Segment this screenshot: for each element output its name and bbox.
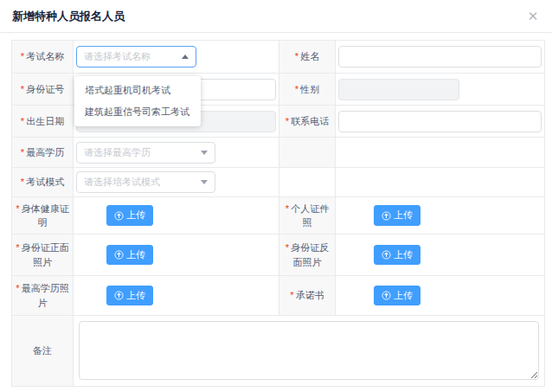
upload-button-commitment[interactable]: 上传 [374, 286, 420, 305]
dialog-title: 新增特种人员报名人员 [12, 9, 125, 24]
health-cert-cell: 上传 [74, 197, 279, 235]
upload-icon [382, 291, 391, 300]
chevron-up-icon [182, 55, 189, 59]
empty-content-cell [336, 138, 544, 168]
empty-label-cell [279, 168, 336, 197]
gender-cell [336, 74, 544, 106]
full-name-cell [336, 41, 544, 74]
gender-input [338, 79, 459, 100]
field-label-exam-name: *考试名称 [12, 41, 74, 74]
field-label-commitment: *承诺书 [279, 276, 336, 316]
education-placeholder: 请选择最高学历 [84, 146, 151, 159]
field-label-gender: *性别 [279, 74, 336, 106]
required-marker: * [21, 51, 24, 61]
dialog-header: 新增特种人员报名人员 [0, 0, 552, 33]
upload-button-label: 上传 [126, 290, 145, 301]
empty-label-cell [279, 138, 336, 168]
education-cell: 请选择最高学历 [74, 138, 279, 168]
field-label-education-photo: *最高学历照片 [12, 276, 74, 316]
full-name-input[interactable] [338, 46, 542, 67]
close-icon[interactable]: ✕ [524, 7, 542, 24]
upload-button-personal-photo[interactable]: 上传 [374, 205, 420, 225]
phone-cell [336, 106, 544, 138]
upload-icon [382, 211, 391, 221]
upload-button-label: 上传 [126, 209, 145, 221]
upload-button-id-card-back[interactable]: 上传 [374, 245, 420, 265]
chevron-down-icon [201, 151, 208, 155]
remarks-textarea[interactable] [79, 321, 539, 380]
exam-name-select[interactable]: 请选择考试名称 [76, 46, 196, 67]
upload-button-label: 上传 [394, 249, 413, 260]
upload-icon [114, 291, 124, 300]
empty-content-cell [336, 168, 544, 197]
field-label-birth-date: *出生日期 [12, 106, 74, 138]
upload-icon [114, 250, 124, 260]
field-label-id-card-back: *身份证反面照片 [279, 235, 336, 276]
registration-form: *考试名称 请选择考试名称 *姓名 *身份证号 *性别 *出生日 [11, 40, 545, 387]
personal-photo-cell: 上传 [336, 197, 544, 235]
upload-button-id-card-front[interactable]: 上传 [106, 245, 153, 265]
field-label-remarks: 备注 [12, 316, 74, 386]
upload-icon [114, 211, 124, 221]
dropdown-option-signal-rigger[interactable]: 建筑起重信号司索工考试 [74, 101, 201, 123]
upload-button-label: 上传 [394, 209, 413, 221]
dropdown-option-tower-crane[interactable]: 塔式起重机司机考试 [74, 80, 201, 101]
remarks-cell [74, 316, 544, 386]
commitment-cell: 上传 [336, 276, 544, 316]
field-label-full-name: *姓名 [279, 41, 336, 74]
field-label-phone: *联系电话 [279, 106, 336, 138]
id-card-back-cell: 上传 [336, 235, 544, 276]
add-special-personnel-dialog: 新增特种人员报名人员 ✕ *考试名称 请选择考试名称 *姓名 *身份证号 *性别 [0, 0, 552, 392]
upload-button-label: 上传 [126, 249, 145, 260]
field-label-exam-mode: *考试模式 [12, 168, 74, 197]
upload-button-health-cert[interactable]: 上传 [106, 205, 153, 225]
field-label-personal-photo: *个人证件照 [279, 197, 336, 235]
upload-icon [382, 250, 391, 260]
phone-input[interactable] [338, 111, 542, 132]
exam-name-cell: 请选择考试名称 [74, 41, 279, 74]
upload-button-education-photo[interactable]: 上传 [106, 286, 153, 305]
field-label-id-card-front: *身份证正面照片 [12, 235, 74, 276]
education-select[interactable]: 请选择最高学历 [76, 142, 215, 164]
field-label-id-number: *身份证号 [12, 74, 74, 106]
exam-mode-cell: 请选择培考试模式 [74, 168, 279, 197]
exam-mode-placeholder: 请选择培考试模式 [84, 176, 160, 189]
exam-name-placeholder: 请选择考试名称 [84, 50, 151, 63]
upload-button-label: 上传 [394, 290, 413, 301]
field-label-education: *最高学历 [12, 138, 74, 168]
chevron-down-icon [201, 180, 208, 184]
field-label-health-cert: *身体健康证明 [12, 197, 74, 235]
id-card-front-cell: 上传 [74, 235, 279, 276]
exam-name-dropdown: 塔式起重机司机考试 建筑起重信号司索工考试 [74, 76, 201, 126]
exam-mode-select[interactable]: 请选择培考试模式 [76, 171, 215, 193]
education-photo-cell: 上传 [74, 276, 279, 316]
